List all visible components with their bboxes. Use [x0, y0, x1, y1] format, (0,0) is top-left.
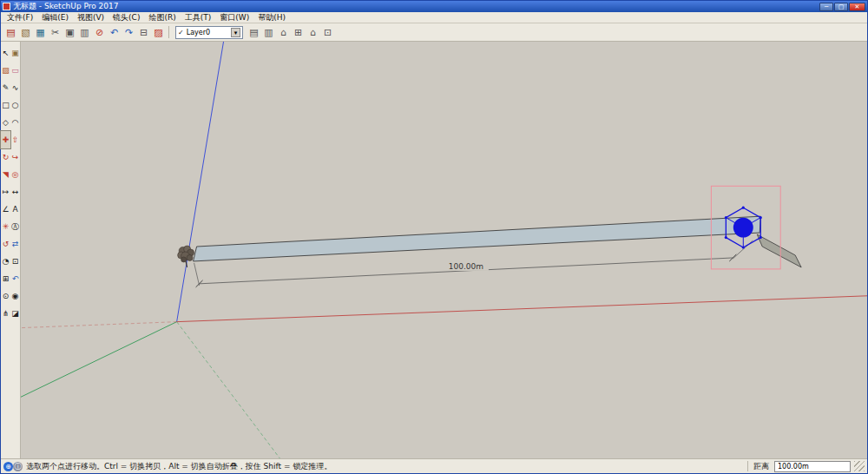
previous-view-tool[interactable]: ↶	[10, 270, 20, 287]
app-icon	[3, 3, 10, 10]
measurement-input[interactable]	[774, 461, 851, 472]
glyph: ↷	[125, 27, 133, 38]
menu-draw[interactable]: 绘图(R)	[144, 12, 180, 23]
glyph: ⊟	[140, 27, 148, 38]
iso-view-icon[interactable]: ⌂	[276, 25, 291, 40]
glyph: ▤	[249, 27, 258, 38]
layer-dropdown[interactable]: ✓ Layer0 ▾	[175, 26, 243, 39]
component-origin-dot	[733, 218, 753, 238]
menu-view[interactable]: 视图(V)	[73, 12, 108, 23]
dropdown-arrow-icon[interactable]: ▾	[231, 28, 240, 37]
dimension-tool[interactable]: ↔	[10, 183, 20, 201]
redo-icon[interactable]: ↷	[122, 25, 136, 40]
print-icon[interactable]: ⊟	[136, 25, 151, 40]
glyph: ⊞	[294, 27, 302, 38]
follow-me-tool[interactable]: ↪	[10, 148, 20, 166]
look-around-tool[interactable]: ◉	[10, 287, 20, 305]
move-tool[interactable]: ✚	[1, 131, 10, 148]
glyph: ↶	[110, 27, 118, 38]
polygon-tool[interactable]: ◇	[1, 114, 10, 131]
entity-info-icon[interactable]: ▥	[261, 25, 276, 40]
dimension-text: 100.00m	[449, 262, 483, 271]
push-pull-tool[interactable]: ⇧	[10, 131, 20, 148]
glyph: ⊘	[95, 27, 103, 38]
resize-grip[interactable]	[854, 461, 865, 471]
statusbar-separator	[747, 461, 748, 471]
tape-measure-tool[interactable]: ↦	[1, 183, 10, 201]
rectangle-tool[interactable]: □	[1, 96, 10, 114]
side-view-icon[interactable]: ⊡	[320, 25, 335, 40]
offset-tool[interactable]: ◎	[10, 166, 20, 183]
minimize-button[interactable]: ─	[819, 3, 833, 11]
line-tool[interactable]: ✎	[1, 79, 10, 96]
select-tool[interactable]: ↖	[1, 44, 10, 62]
save-icon[interactable]: ▦	[33, 25, 48, 40]
paint-bucket-tool[interactable]: ▨	[1, 62, 10, 79]
position-camera-tool[interactable]: ⊙	[1, 287, 10, 305]
layer-manager-icon[interactable]: ▤	[247, 25, 261, 40]
glyph: ▣	[65, 27, 74, 38]
menu-tools[interactable]: 工具(T)	[181, 12, 216, 23]
zoom-extents-tool[interactable]: ⊞	[1, 270, 10, 287]
3d-text-tool[interactable]: Ⓐ	[10, 218, 20, 235]
menu-window[interactable]: 窗口(W)	[215, 12, 253, 23]
front-view-icon[interactable]: ⌂	[306, 25, 320, 40]
paste-icon[interactable]: ▥	[77, 25, 92, 40]
new-icon[interactable]: ▤	[3, 25, 18, 40]
freehand-tool[interactable]: ∿	[10, 79, 20, 96]
glyph: ✂	[51, 27, 59, 38]
glyph: ▤	[6, 27, 15, 38]
menu-camera[interactable]: 镜头(C)	[108, 12, 144, 23]
arc-tool[interactable]: ◠	[10, 114, 20, 131]
ground-face[interactable]	[757, 234, 801, 267]
status-hint: 选取两个点进行移动。Ctrl = 切换拷贝，Alt = 切换自动折叠，按住 Sh…	[26, 461, 744, 472]
glyph: ▥	[264, 27, 273, 38]
menu-edit[interactable]: 编辑(E)	[37, 12, 73, 23]
geolocation-icon[interactable]: ⊕	[3, 462, 13, 471]
copy-icon[interactable]: ▣	[62, 25, 77, 40]
protractor-tool[interactable]: ∠	[1, 201, 10, 218]
blue-axis	[177, 42, 224, 322]
scale-tool[interactable]: ◥	[1, 166, 10, 183]
section-plane-tool[interactable]: ◪	[10, 305, 20, 322]
undo-icon[interactable]: ↶	[107, 25, 122, 40]
zoom-tool[interactable]: ◔	[1, 253, 10, 270]
menu-help[interactable]: 帮助(H)	[253, 12, 290, 23]
tree-sketch[interactable]	[178, 246, 194, 267]
long-face[interactable]	[194, 216, 761, 261]
walk-tool[interactable]: ⋔	[1, 305, 10, 322]
menu-file[interactable]: 文件(F)	[3, 12, 37, 23]
orbit-tool[interactable]: ↺	[1, 235, 10, 253]
zoom-window-tool[interactable]: ⊡	[10, 253, 20, 270]
toolbar: ▤▧▦✂▣▥⊘↶↷⊟▨ ✓ Layer0 ▾ ▤▥⌂⊞⌂⊡	[1, 23, 867, 42]
close-button[interactable]: ✕	[849, 3, 865, 11]
glyph: ▥	[80, 27, 89, 38]
statusbar: ⊕ⓘ 选取两个点进行移动。Ctrl = 切换拷贝，Alt = 切换自动折叠，按住…	[1, 458, 867, 473]
paint-bucket-icon[interactable]: ▨	[151, 25, 166, 40]
measurement-label: 距离	[752, 461, 771, 472]
rotate-tool[interactable]: ↻	[1, 148, 10, 166]
eraser-tool[interactable]: ▭	[10, 62, 20, 79]
glyph: ⌂	[280, 27, 286, 38]
pan-tool[interactable]: ⇄	[10, 235, 20, 253]
axes-tool[interactable]: ✳	[1, 218, 10, 235]
glyph: ▦	[36, 27, 44, 38]
viewport[interactable]: 100.00m	[21, 42, 867, 458]
top-view-icon[interactable]: ⊞	[291, 25, 306, 40]
titlebar: 无标题 - SketchUp Pro 2017 ─ ▢ ✕	[1, 1, 867, 12]
credits-icon[interactable]: ⓘ	[13, 462, 23, 471]
text-tool[interactable]: A	[10, 201, 20, 218]
glyph: ▧	[21, 27, 30, 38]
red-axis-dashed	[21, 322, 177, 328]
circle-tool[interactable]: ○	[10, 96, 20, 114]
glyph: ⌂	[310, 27, 316, 38]
model-canvas: 100.00m	[21, 42, 867, 458]
open-icon[interactable]: ▧	[18, 25, 33, 40]
maximize-button[interactable]: ▢	[834, 3, 848, 11]
red-axis	[177, 296, 867, 322]
delete-icon[interactable]: ⊘	[92, 25, 107, 40]
toolbar-separator	[168, 26, 169, 38]
layer-name: Layer0	[187, 29, 210, 36]
cut-icon[interactable]: ✂	[48, 25, 62, 40]
make-component-tool[interactable]: ▣	[10, 44, 20, 62]
